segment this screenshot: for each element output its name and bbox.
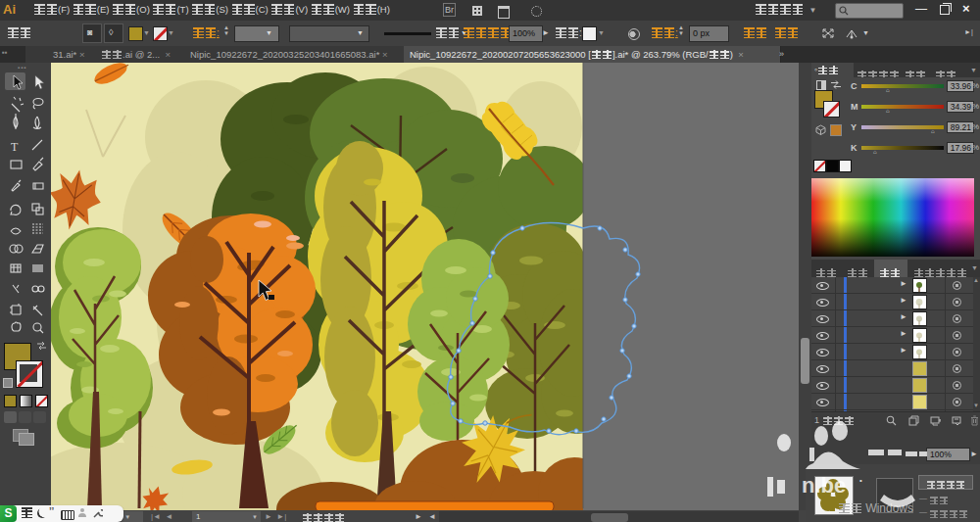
svg-text:T: T [11,140,19,154]
